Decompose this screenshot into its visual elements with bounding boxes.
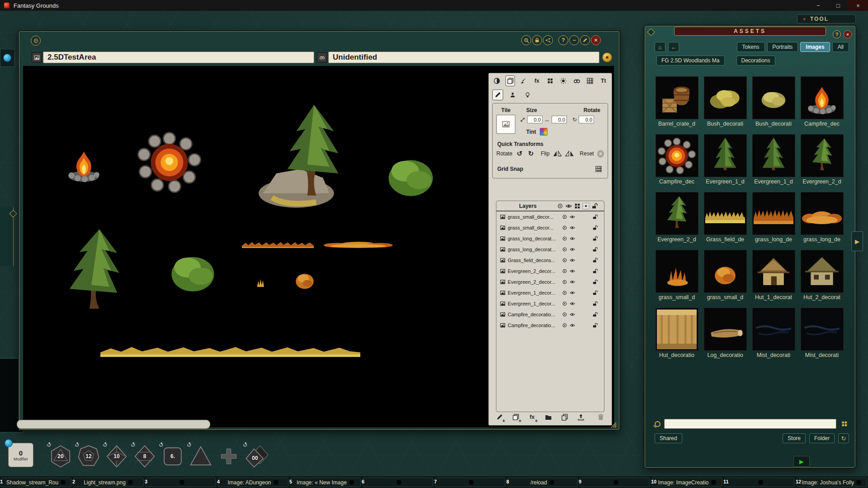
layers-grid-icon[interactable] (574, 203, 580, 209)
help-button[interactable]: ? (558, 35, 568, 45)
asset-thumbnail[interactable] (704, 308, 747, 351)
asset-thumbnail[interactable] (704, 134, 747, 177)
map-decoration-grass-long2[interactable] (324, 233, 393, 253)
layer-link-icon[interactable] (562, 225, 567, 230)
stamp-tool-icon[interactable] (546, 75, 555, 86)
chat-bubble-icon[interactable] (5, 439, 13, 447)
window-pin-button[interactable] (31, 36, 41, 46)
asset-thumbnail[interactable] (704, 76, 747, 119)
die-d4[interactable]: ↺ (189, 445, 212, 468)
share-button[interactable] (543, 35, 553, 45)
asset-item[interactable]: grass_long_de (800, 192, 844, 243)
asset-item[interactable]: Bush_decorati (751, 76, 796, 127)
asset-item[interactable]: Barrel_crate_d (655, 76, 699, 127)
die-d12[interactable]: ↺ 12 (77, 445, 100, 468)
die-add[interactable] (217, 445, 241, 468)
asset-item[interactable]: Evergreen_1_d (751, 134, 796, 185)
duplicate-layer-button[interactable] (559, 412, 570, 422)
breadcrumb-button[interactable]: FG 2.5D Woodlands Ma (656, 56, 725, 66)
vision-tool-icon[interactable] (572, 75, 581, 86)
asset-item[interactable]: Campfire_dec (655, 134, 699, 185)
layer-row[interactable]: grass_long_decorat... (496, 244, 604, 255)
asset-item[interactable]: Grass_field_de (703, 192, 747, 243)
hotkey-slot[interactable]: 7 (435, 478, 505, 487)
asset-item[interactable]: Evergreen_1_d (703, 134, 747, 185)
background-window-scrollbar-fragment[interactable] (17, 420, 210, 429)
layer-link-icon[interactable] (562, 258, 567, 263)
layer-visibility-icon[interactable] (570, 236, 575, 241)
asset-thumbnail[interactable] (752, 134, 795, 177)
asset-thumbnail[interactable] (801, 192, 844, 235)
hotkey-slot[interactable]: 6 (363, 478, 433, 487)
layer-lock-icon[interactable] (592, 247, 598, 252)
map-decoration-campfire[interactable] (48, 142, 120, 186)
layer-lock-icon[interactable] (592, 258, 598, 263)
layer-row[interactable]: grass_long_decorat... (496, 233, 604, 244)
hotkey-slot[interactable]: 11 (724, 478, 795, 487)
rotate-ccw-button[interactable]: ↺ (515, 149, 524, 158)
layer-visibility-icon[interactable] (570, 247, 575, 252)
minimize-button[interactable]: − (808, 0, 828, 11)
map-decoration-evergreen-rock[interactable] (239, 100, 372, 211)
layer-lock-icon[interactable] (592, 236, 598, 241)
asset-item[interactable]: Campfire_dec (800, 76, 844, 127)
die-d100[interactable]: ↺ 00 (245, 445, 269, 468)
asset-item[interactable]: Hut_2_decorat (800, 250, 844, 300)
layer-link-icon[interactable] (562, 236, 567, 241)
grid-tool-icon[interactable] (585, 75, 594, 86)
layer-link-icon[interactable] (562, 247, 567, 252)
layer-lock-icon[interactable] (592, 279, 598, 285)
map-decoration-grass-long[interactable] (242, 235, 314, 252)
tile-preview[interactable] (496, 115, 515, 134)
asset-thumbnail[interactable] (801, 308, 844, 351)
layer-lock-icon[interactable] (592, 214, 598, 220)
map-decoration-bush-green[interactable] (376, 140, 445, 209)
layer-lock-icon[interactable] (592, 301, 598, 306)
asset-item[interactable]: Evergreen_2_d (655, 192, 699, 243)
map-decoration-grass-small2[interactable] (288, 261, 322, 295)
effects-tool-icon[interactable]: fx (532, 75, 541, 86)
layer-lock-icon[interactable] (592, 323, 598, 328)
asset-thumbnail[interactable] (656, 250, 698, 293)
layer-link-icon[interactable] (562, 268, 567, 274)
map-decoration-campfire-ring[interactable] (135, 129, 204, 196)
hotkey-slot[interactable]: 10 Image: ImageCreatio (652, 478, 722, 487)
layer-row[interactable]: Campfire_decoratio... (496, 309, 604, 320)
layer-row[interactable]: Evergreen_1_decor... (496, 298, 604, 309)
link-dimensions-icon[interactable]: ↔ (544, 117, 550, 123)
chat-bubble-icon[interactable] (3, 54, 11, 62)
asset-item[interactable]: Evergreen_2_d (800, 134, 844, 185)
asset-item[interactable]: grass_long_de (751, 192, 796, 243)
asset-thumbnail[interactable] (801, 76, 844, 119)
radial-menu-button[interactable] (602, 52, 612, 62)
assets-close-button[interactable]: × (844, 30, 852, 38)
asset-thumbnail[interactable] (752, 192, 795, 235)
asset-thumbnail[interactable] (704, 250, 747, 293)
asset-item[interactable]: Mist_decorati (800, 308, 844, 358)
layer-visibility-icon[interactable] (570, 290, 575, 296)
hotkey-slot[interactable]: 4 Image: ADungeon (218, 478, 288, 487)
map-decoration-evergreen2[interactable] (35, 223, 151, 323)
asset-thumbnail[interactable] (656, 134, 698, 177)
assets-help-button[interactable]: ? (833, 30, 841, 38)
layer-row[interactable]: Campfire_decoratio... (496, 320, 604, 331)
new-folder-button[interactable] (543, 412, 554, 422)
layer-row[interactable]: grass_small_decor... (496, 222, 604, 233)
asset-thumbnail[interactable] (752, 76, 795, 119)
breadcrumb-button[interactable]: Decorations (736, 56, 775, 66)
flip-vertical-icon[interactable] (565, 150, 574, 157)
die-d20[interactable]: ↺ 20 (49, 445, 72, 468)
token-tool-icon[interactable] (507, 89, 518, 100)
shadow-tool-icon[interactable] (492, 75, 501, 86)
layer-visibility-icon[interactable] (570, 312, 575, 317)
layers-lock-all-icon[interactable] (591, 203, 598, 209)
asset-thumbnail[interactable] (656, 308, 698, 351)
layer-link-icon[interactable] (562, 290, 567, 296)
layers-visibility-all-icon[interactable] (566, 203, 572, 209)
view-grid-button[interactable] (840, 419, 849, 428)
layer-link-icon[interactable] (562, 214, 567, 220)
tint-swatch[interactable] (540, 128, 547, 136)
asset-thumbnail[interactable] (752, 308, 795, 351)
reset-button[interactable]: × (597, 150, 604, 158)
asset-thumbnail[interactable] (656, 192, 698, 235)
